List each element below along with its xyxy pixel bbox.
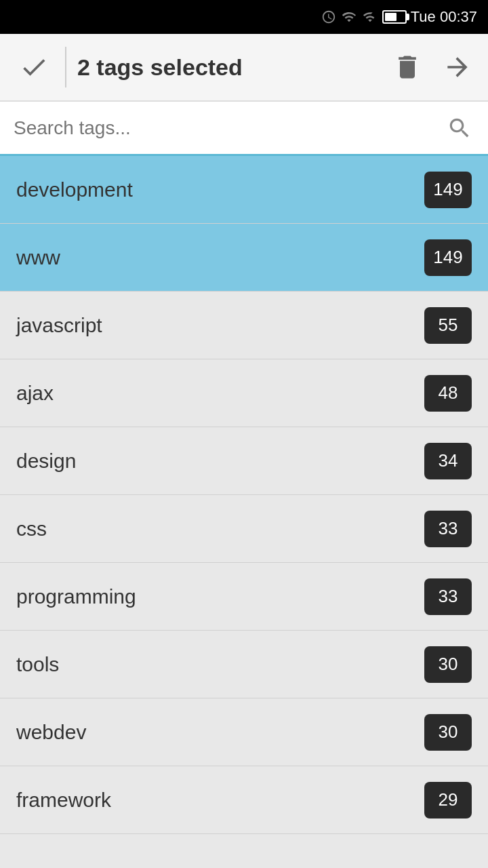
tag-count: 33 [424, 511, 472, 547]
tag-name: webdev [16, 721, 424, 744]
wifi-icon [340, 9, 358, 24]
search-input[interactable] [14, 117, 445, 139]
tag-item[interactable]: css33 [0, 495, 488, 563]
tag-count: 149 [424, 239, 472, 276]
tag-name: development [16, 178, 424, 201]
tag-name: www [16, 246, 424, 269]
tag-item[interactable]: programming33 [0, 563, 488, 631]
tag-count: 55 [424, 307, 472, 344]
tag-list: development149www149javascript55ajax48de… [0, 156, 488, 834]
tag-item[interactable]: tools30 [0, 631, 488, 698]
toolbar-divider [65, 47, 66, 87]
tag-item[interactable]: webdev30 [0, 698, 488, 766]
search-button[interactable] [445, 113, 474, 143]
tag-item[interactable]: development149 [0, 156, 488, 224]
tag-count: 48 [424, 375, 472, 412]
status-time: Tue 00:37 [411, 8, 477, 26]
clock-icon [321, 9, 336, 24]
tag-name: design [16, 450, 424, 473]
tag-count: 33 [424, 578, 472, 615]
delete-button[interactable] [390, 50, 424, 84]
tag-name: tools [16, 653, 424, 676]
toolbar-title: 2 tags selected [77, 54, 390, 81]
tag-count: 30 [424, 714, 472, 751]
tag-name: framework [16, 789, 424, 812]
tag-name: ajax [16, 382, 424, 405]
tag-count: 34 [424, 443, 472, 479]
tag-name: javascript [16, 314, 424, 337]
tag-name: programming [16, 585, 424, 608]
toolbar: 2 tags selected [0, 34, 488, 102]
tag-count: 29 [424, 782, 472, 818]
tag-count: 149 [424, 172, 472, 208]
tag-item[interactable]: ajax48 [0, 359, 488, 427]
status-icons: Tue 00:37 [321, 8, 477, 26]
status-bar: Tue 00:37 [0, 0, 488, 34]
signal-icon [362, 9, 378, 24]
forward-button[interactable] [441, 50, 474, 84]
tag-item[interactable]: www149 [0, 224, 488, 292]
battery-icon [382, 10, 407, 24]
search-bar [0, 102, 488, 156]
tag-item[interactable]: framework29 [0, 766, 488, 834]
toolbar-actions [390, 50, 474, 84]
battery-fill [385, 13, 396, 21]
tag-name: css [16, 517, 424, 540]
tag-item[interactable]: javascript55 [0, 292, 488, 359]
tag-item[interactable]: design34 [0, 427, 488, 495]
check-button[interactable] [14, 47, 54, 87]
tag-count: 30 [424, 646, 472, 683]
